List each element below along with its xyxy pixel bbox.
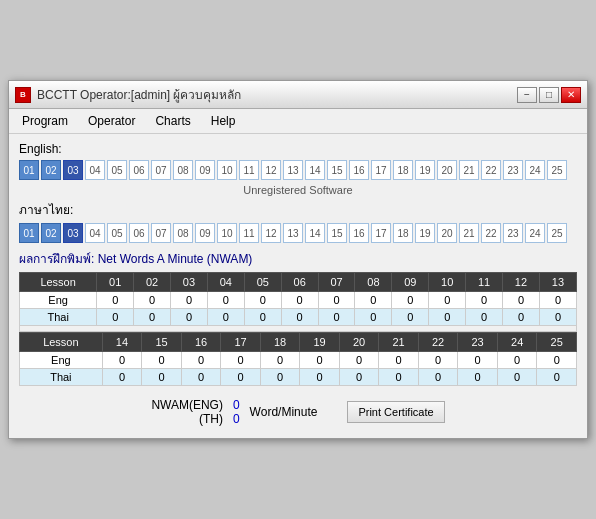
nwam-th-label: (TH) (151, 412, 223, 426)
menu-charts[interactable]: Charts (146, 111, 199, 131)
eng-num-22[interactable]: 22 (481, 160, 501, 180)
thai-num-07[interactable]: 07 (151, 223, 171, 243)
thai-label: ภาษาไทย: (19, 200, 577, 219)
table1-col-07: 07 (318, 273, 355, 292)
eng-num-07[interactable]: 07 (151, 160, 171, 180)
thai-num-03[interactable]: 03 (63, 223, 83, 243)
eng-num-20[interactable]: 20 (437, 160, 457, 180)
eng-num-12[interactable]: 12 (261, 160, 281, 180)
thai-num-08[interactable]: 08 (173, 223, 193, 243)
table1-col-11: 11 (466, 273, 503, 292)
title-bar: B BCCTT Operator:[admin] ผู้ควบคุมหลัก −… (9, 81, 587, 109)
menu-program[interactable]: Program (13, 111, 77, 131)
bottom-section: NWAM(ENG) (TH) 0 0 Word/Minute Print Cer… (19, 394, 577, 430)
eng-num-23[interactable]: 23 (503, 160, 523, 180)
thai-section: ภาษาไทย: 01 02 03 04 05 06 07 08 09 10 1… (19, 200, 577, 243)
table2-col-15: 15 (142, 333, 182, 352)
table1-col-02: 02 (134, 273, 171, 292)
main-window: B BCCTT Operator:[admin] ผู้ควบคุมหลัก −… (8, 80, 588, 439)
eng-num-19[interactable]: 19 (415, 160, 435, 180)
eng-num-17[interactable]: 17 (371, 160, 391, 180)
row1-v7: 0 (318, 292, 355, 309)
thai-num-22[interactable]: 22 (481, 223, 501, 243)
table1-col-10: 10 (429, 273, 466, 292)
table2-col-25: 25 (537, 333, 577, 352)
thai-num-12[interactable]: 12 (261, 223, 281, 243)
nwam-eng-value: 0 (233, 398, 240, 412)
eng-num-24[interactable]: 24 (525, 160, 545, 180)
thai-num-13[interactable]: 13 (283, 223, 303, 243)
eng-num-02[interactable]: 02 (41, 160, 61, 180)
thai-num-10[interactable]: 10 (217, 223, 237, 243)
thai-num-18[interactable]: 18 (393, 223, 413, 243)
table1-col-06: 06 (281, 273, 318, 292)
menu-operator[interactable]: Operator (79, 111, 144, 131)
eng-num-18[interactable]: 18 (393, 160, 413, 180)
row3-v10: 0 (458, 352, 498, 369)
row4-label: Thai (20, 369, 103, 386)
thai-num-05[interactable]: 05 (107, 223, 127, 243)
row2-v13: 0 (539, 309, 576, 326)
nwam-labels: NWAM(ENG) (TH) (151, 398, 223, 426)
print-certificate-button[interactable]: Print Certificate (347, 401, 444, 423)
thai-num-04[interactable]: 04 (85, 223, 105, 243)
row2-label: Thai (20, 309, 97, 326)
minimize-button[interactable]: − (517, 87, 537, 103)
eng-num-14[interactable]: 14 (305, 160, 325, 180)
eng-num-13[interactable]: 13 (283, 160, 303, 180)
table-row: Eng 0 0 0 0 0 0 0 0 0 0 0 0 (20, 352, 577, 369)
row2-v7: 0 (318, 309, 355, 326)
row3-v4: 0 (221, 352, 261, 369)
row1-v13: 0 (539, 292, 576, 309)
thai-num-11[interactable]: 11 (239, 223, 259, 243)
nwam-display: NWAM(ENG) (TH) 0 0 Word/Minute (151, 398, 317, 426)
eng-num-10[interactable]: 10 (217, 160, 237, 180)
eng-num-16[interactable]: 16 (349, 160, 369, 180)
eng-num-06[interactable]: 06 (129, 160, 149, 180)
row2-v5: 0 (244, 309, 281, 326)
thai-num-06[interactable]: 06 (129, 223, 149, 243)
eng-num-21[interactable]: 21 (459, 160, 479, 180)
eng-num-11[interactable]: 11 (239, 160, 259, 180)
row1-v11: 0 (466, 292, 503, 309)
eng-num-01[interactable]: 01 (19, 160, 39, 180)
eng-num-03[interactable]: 03 (63, 160, 83, 180)
row4-v11: 0 (497, 369, 537, 386)
thai-num-15[interactable]: 15 (327, 223, 347, 243)
thai-num-25[interactable]: 25 (547, 223, 567, 243)
window-controls: − □ ✕ (517, 87, 581, 103)
row4-v10: 0 (458, 369, 498, 386)
table-row: Thai 0 0 0 0 0 0 0 0 0 0 0 0 0 (20, 309, 577, 326)
nwam-values: 0 0 (233, 398, 240, 426)
table2-col-lesson: Lesson (20, 333, 103, 352)
eng-num-05[interactable]: 05 (107, 160, 127, 180)
menu-help[interactable]: Help (202, 111, 245, 131)
thai-num-23[interactable]: 23 (503, 223, 523, 243)
word-per-minute-label: Word/Minute (250, 405, 318, 419)
eng-num-04[interactable]: 04 (85, 160, 105, 180)
thai-num-16[interactable]: 16 (349, 223, 369, 243)
row3-v1: 0 (102, 352, 142, 369)
thai-num-17[interactable]: 17 (371, 223, 391, 243)
thai-num-14[interactable]: 14 (305, 223, 325, 243)
maximize-button[interactable]: □ (539, 87, 559, 103)
thai-num-01[interactable]: 01 (19, 223, 39, 243)
row2-v9: 0 (392, 309, 429, 326)
thai-num-24[interactable]: 24 (525, 223, 545, 243)
eng-num-08[interactable]: 08 (173, 160, 193, 180)
table1-col-03: 03 (171, 273, 208, 292)
main-content: English: 01 02 03 04 05 06 07 08 09 10 1… (9, 134, 587, 438)
eng-num-25[interactable]: 25 (547, 160, 567, 180)
thai-num-02[interactable]: 02 (41, 223, 61, 243)
thai-num-20[interactable]: 20 (437, 223, 457, 243)
row1-v12: 0 (503, 292, 540, 309)
thai-num-21[interactable]: 21 (459, 223, 479, 243)
row4-v2: 0 (142, 369, 182, 386)
table2-col-14: 14 (102, 333, 142, 352)
row1-label: Eng (20, 292, 97, 309)
eng-num-15[interactable]: 15 (327, 160, 347, 180)
close-button[interactable]: ✕ (561, 87, 581, 103)
eng-num-09[interactable]: 09 (195, 160, 215, 180)
thai-num-09[interactable]: 09 (195, 223, 215, 243)
thai-num-19[interactable]: 19 (415, 223, 435, 243)
